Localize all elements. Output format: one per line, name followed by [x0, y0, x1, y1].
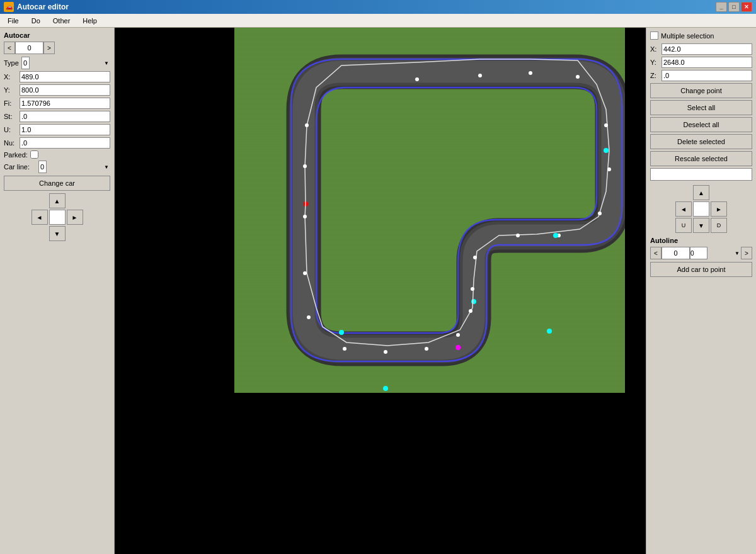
st-input[interactable]	[20, 111, 110, 122]
track-area[interactable]	[234, 28, 625, 393]
svg-point-4	[415, 77, 419, 81]
svg-point-21	[303, 271, 307, 275]
fi-field-row: Fi:	[4, 98, 110, 109]
minimize-button[interactable]: _	[716, 2, 727, 12]
autocar-next-button[interactable]: >	[43, 42, 55, 54]
nu-input[interactable]	[20, 137, 110, 149]
svg-point-6	[529, 71, 532, 75]
right-nav-center	[693, 201, 709, 217]
svg-point-20	[307, 315, 311, 319]
right-panel: Multiple selection X: Y: Z: Change point…	[646, 28, 756, 554]
left-nav-right-button[interactable]: ►	[67, 210, 83, 225]
menu-bar: File Do Other Help	[0, 14, 756, 28]
autoline-select-wrapper: 0	[690, 247, 741, 259]
window-title: Autocar editor	[17, 3, 69, 11]
track-svg	[234, 28, 625, 393]
x-field-row: X:	[4, 71, 110, 82]
st-label: St:	[4, 113, 20, 120]
svg-point-17	[425, 347, 428, 351]
x-label: X:	[4, 73, 20, 81]
left-nav-up-button[interactable]: ▲	[49, 193, 66, 208]
car-line-row: Car line: 0	[4, 161, 110, 173]
autocar-label: Autocar	[4, 31, 110, 39]
left-panel: Autocar < > Type 0 X: Y: Fi:	[0, 28, 115, 554]
autoline-value-input[interactable]	[662, 247, 690, 259]
left-nav-down-button[interactable]: ▼	[49, 226, 66, 241]
add-car-to-point-button[interactable]: Add car to point	[650, 262, 752, 277]
change-point-button[interactable]: Change point	[650, 83, 752, 98]
autoline-section: Autoline < 0 > Add car to point	[650, 237, 752, 277]
fi-label: Fi:	[4, 99, 20, 107]
parked-checkbox[interactable]	[30, 150, 38, 159]
right-x-row: X:	[650, 43, 752, 55]
autocar-value-input[interactable]	[15, 42, 43, 54]
deselect-all-button[interactable]: Deselect all	[650, 117, 752, 132]
right-z-label: Z:	[650, 72, 662, 79]
svg-point-32	[339, 330, 344, 335]
right-nav-pad: ▲ ◄ ► U ▼ D	[650, 185, 752, 233]
delete-selected-button[interactable]: Delete selected	[650, 134, 752, 149]
left-nav-center	[49, 210, 66, 225]
svg-point-27	[604, 148, 609, 153]
svg-point-30	[471, 299, 476, 304]
parked-label: Parked:	[4, 151, 28, 159]
right-nav-left-button[interactable]: ◄	[675, 201, 692, 217]
right-y-label: Y:	[650, 59, 662, 66]
right-nav-up-button[interactable]: ▲	[693, 185, 709, 200]
center-canvas[interactable]	[115, 28, 646, 554]
right-z-input[interactable]	[662, 70, 752, 81]
right-nav-right-button[interactable]: ►	[711, 201, 727, 217]
y-label: Y:	[4, 86, 20, 94]
x-input[interactable]	[20, 71, 110, 82]
car-line-select[interactable]: 0	[38, 161, 47, 173]
left-nav-pad: ▲ ◄ ► ▼	[20, 193, 95, 241]
u-field-row: U:	[4, 124, 110, 135]
right-x-label: X:	[650, 45, 662, 53]
type-select[interactable]: 0	[21, 57, 30, 69]
left-nav-left-button[interactable]: ◄	[32, 210, 48, 225]
type-row: Type 0	[4, 57, 110, 69]
rescale-selected-button[interactable]: Rescale selected	[650, 151, 752, 166]
menu-file[interactable]: File	[3, 16, 24, 26]
u-input[interactable]	[20, 124, 110, 135]
u-label: U:	[4, 126, 20, 133]
autocar-spinner: < >	[4, 42, 110, 54]
rescale-value-input[interactable]	[650, 168, 752, 181]
y-field-row: Y:	[4, 84, 110, 96]
autocar-prev-button[interactable]: <	[4, 42, 15, 54]
maximize-button[interactable]: □	[728, 2, 740, 12]
svg-point-33	[383, 386, 388, 391]
right-nav-extra2-button[interactable]: D	[711, 218, 727, 233]
title-bar: 🚗 Autocar editor _ □ ✕	[0, 0, 756, 14]
multiple-selection-row: Multiple selection	[650, 31, 752, 40]
svg-point-18	[384, 350, 387, 354]
app-icon: 🚗	[4, 2, 14, 12]
autoline-label: Autoline	[650, 237, 752, 244]
svg-point-26	[455, 345, 461, 350]
fi-input[interactable]	[20, 98, 110, 109]
menu-help[interactable]: Help	[77, 16, 102, 26]
svg-point-5	[478, 74, 482, 77]
nu-label: Nu:	[4, 139, 20, 147]
menu-do[interactable]: Do	[26, 16, 45, 26]
select-all-button[interactable]: Select all	[650, 100, 752, 115]
svg-point-12	[516, 234, 520, 237]
autoline-next-button[interactable]: >	[741, 247, 752, 259]
right-x-input[interactable]	[662, 43, 752, 55]
close-button[interactable]: ✕	[741, 2, 752, 12]
y-input[interactable]	[20, 84, 110, 96]
car-line-label: Car line:	[4, 163, 38, 171]
type-select-wrapper: 0	[21, 57, 110, 69]
right-nav-extra1-button[interactable]: U	[675, 218, 692, 233]
st-field-row: St:	[4, 111, 110, 122]
change-car-button[interactable]: Change car	[4, 176, 110, 191]
autoline-prev-button[interactable]: <	[650, 247, 662, 259]
nu-field-row: Nu:	[4, 137, 110, 149]
autoline-select[interactable]: 0	[690, 247, 707, 259]
window-controls: _ □ ✕	[716, 2, 752, 12]
right-y-input[interactable]	[662, 57, 752, 68]
menu-other[interactable]: Other	[48, 16, 76, 26]
right-nav-down-button[interactable]: ▼	[693, 218, 709, 233]
type-label: Type	[4, 59, 21, 67]
multiple-selection-checkbox[interactable]	[650, 31, 658, 40]
